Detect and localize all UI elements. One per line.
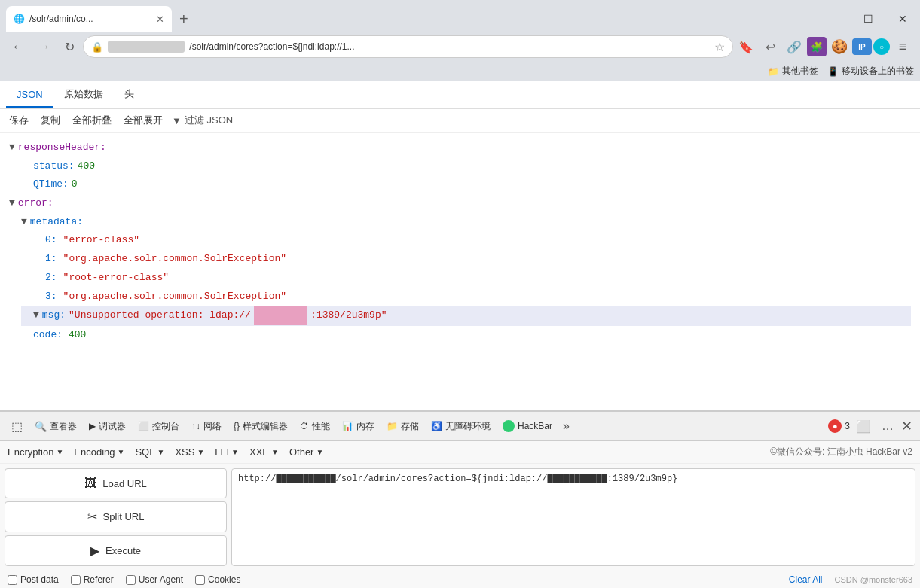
bookmark-mobile-label: 移动设备上的书签 bbox=[842, 65, 914, 78]
other-menu[interactable]: Other ▼ bbox=[289, 446, 323, 458]
load-url-button[interactable]: 🖼 Load URL bbox=[5, 468, 227, 498]
xss-label: XSS bbox=[175, 446, 194, 458]
panel-toggle-button[interactable]: ⬜ bbox=[850, 416, 877, 437]
key-code: code: bbox=[33, 326, 63, 345]
close-button[interactable]: ✕ bbox=[885, 6, 920, 32]
triangle-response-header[interactable]: ▼ bbox=[9, 139, 15, 157]
address-bar: ← → ↻ 🔒 ████████ /solr/admin/cores?actio… bbox=[0, 32, 920, 62]
sql-label: SQL bbox=[135, 446, 154, 458]
back-button[interactable]: ← bbox=[6, 35, 30, 59]
xxe-menu[interactable]: XXE ▼ bbox=[249, 446, 279, 458]
csdn-credit: CSDN @monster663 bbox=[835, 575, 912, 584]
address-star-icon[interactable]: ☆ bbox=[714, 40, 725, 54]
extension-purple-icon[interactable]: 🧩 bbox=[807, 37, 827, 56]
tab-headers[interactable]: 头 bbox=[114, 81, 145, 108]
new-tab-button[interactable]: + bbox=[172, 9, 196, 29]
tab-close-icon[interactable]: ✕ bbox=[156, 14, 164, 25]
user-agent-checkbox-label[interactable]: User Agent bbox=[126, 574, 183, 585]
encryption-menu[interactable]: Encryption ▼ bbox=[8, 446, 63, 458]
user-agent-checkbox[interactable] bbox=[126, 575, 136, 585]
json-line-code: code: 400 bbox=[33, 326, 911, 345]
debugger-button[interactable]: ▶ 调试器 bbox=[83, 417, 132, 436]
address-input-box[interactable]: 🔒 ████████ /solr/admin/cores?action=${jn… bbox=[83, 35, 733, 58]
value-idx1: "org.apache.solr.common.SolrException" bbox=[63, 250, 286, 269]
referer-checkbox-label[interactable]: Referer bbox=[71, 574, 114, 585]
style-editor-button[interactable]: {} 样式编辑器 bbox=[228, 417, 294, 436]
json-line-metadata: ▼ metadata: bbox=[21, 213, 911, 232]
close-devtools-button[interactable]: ✕ bbox=[898, 415, 915, 437]
network-button[interactable]: ↑↓ 网络 bbox=[185, 417, 228, 436]
user-agent-label: User Agent bbox=[139, 574, 183, 585]
sql-arrow: ▼ bbox=[157, 448, 164, 456]
bookmark-other[interactable]: 📁 其他书签 bbox=[768, 65, 818, 78]
chain-icon[interactable]: 🔗 bbox=[783, 35, 805, 58]
sql-menu[interactable]: SQL ▼ bbox=[135, 446, 164, 458]
tab-json[interactable]: JSON bbox=[6, 83, 53, 108]
hackbar-main-area: 🖼 Load URL ✂ Split URL ▶ Execute http://… bbox=[0, 464, 920, 571]
more-tools-button[interactable]: » bbox=[558, 416, 574, 436]
bookmark-folder-icon: 📁 bbox=[768, 66, 779, 77]
post-data-label: Post data bbox=[20, 574, 59, 585]
value-idx3: "org.apache.solr.common.SolrException" bbox=[63, 288, 286, 306]
referer-checkbox[interactable] bbox=[71, 575, 81, 585]
accessibility-button[interactable]: ♿ 无障碍环境 bbox=[425, 417, 497, 436]
circle-blue-icon[interactable]: ○ bbox=[873, 38, 890, 55]
hackbar-tab-button[interactable]: HackBar bbox=[497, 417, 558, 435]
cookies-checkbox-label[interactable]: Cookies bbox=[195, 574, 240, 585]
hackbar-url-input[interactable]: http://███████████/solr/admin/cores?acti… bbox=[231, 468, 915, 566]
maximize-button[interactable]: ☐ bbox=[851, 6, 885, 32]
filter-json[interactable]: ▼ 过滤 JSON bbox=[172, 114, 233, 127]
key-idx0: 0: bbox=[45, 231, 57, 250]
load-url-icon: 🖼 bbox=[84, 477, 96, 490]
hackbar-menu-bar: Encryption ▼ Encoding ▼ SQL ▼ XSS ▼ LFI … bbox=[0, 441, 920, 464]
network-label: 网络 bbox=[203, 420, 222, 433]
hackbar-credit: ©微信公众号: 江南小虫 HackBar v2 bbox=[770, 446, 912, 459]
collapse-all-button[interactable]: 全部折叠 bbox=[69, 112, 115, 129]
memory-label: 内存 bbox=[356, 420, 374, 433]
storage-button[interactable]: 📁 存储 bbox=[381, 417, 425, 436]
style-editor-icon: {} bbox=[234, 421, 240, 431]
expand-all-button[interactable]: 全部展开 bbox=[121, 112, 166, 129]
console-button[interactable]: ⬜ 控制台 bbox=[132, 417, 185, 436]
xss-menu[interactable]: XSS ▼ bbox=[175, 446, 204, 458]
save-button[interactable]: 保存 bbox=[6, 112, 32, 129]
window-controls: — ☐ ✕ bbox=[816, 6, 920, 32]
clear-all-button[interactable]: Clear All bbox=[789, 574, 823, 585]
menu-button[interactable]: ≡ bbox=[891, 35, 914, 58]
active-tab[interactable]: 🌐 /solr/admin/co... ✕ bbox=[6, 6, 172, 32]
key-status: status: bbox=[33, 157, 75, 176]
memory-button[interactable]: 📊 内存 bbox=[336, 417, 381, 436]
post-data-checkbox-label[interactable]: Post data bbox=[8, 574, 59, 585]
devtools-more-button[interactable]: … bbox=[877, 416, 898, 436]
lfi-menu[interactable]: LFI ▼ bbox=[215, 446, 239, 458]
encoding-menu[interactable]: Encoding ▼ bbox=[74, 446, 124, 458]
inspector-cursor-icon[interactable]: ⬚ bbox=[5, 414, 29, 438]
triangle-error[interactable]: ▼ bbox=[9, 194, 15, 213]
tab-title: /solr/admin/co... bbox=[29, 14, 151, 24]
error-circle-icon: ● bbox=[828, 419, 842, 433]
ip-button[interactable]: IP bbox=[852, 38, 872, 55]
load-url-label: Load URL bbox=[102, 478, 147, 489]
bookmark-mobile[interactable]: 📱 移动设备上的书签 bbox=[827, 65, 914, 78]
value-idx0: "error-class" bbox=[63, 231, 139, 250]
back-arrow-icon[interactable]: ↩ bbox=[759, 35, 781, 58]
post-data-checkbox[interactable] bbox=[8, 575, 17, 585]
split-url-label: Split URL bbox=[103, 511, 145, 522]
cookies-checkbox[interactable] bbox=[195, 575, 205, 585]
forward-button[interactable]: → bbox=[32, 35, 56, 59]
split-url-button[interactable]: ✂ Split URL bbox=[5, 501, 227, 532]
copy-button[interactable]: 复制 bbox=[38, 112, 63, 129]
reload-button[interactable]: ↻ bbox=[57, 35, 81, 59]
address-redacted: ████████ bbox=[108, 41, 185, 53]
execute-icon: ▶ bbox=[90, 544, 99, 558]
triangle-msg[interactable]: ▼ bbox=[33, 306, 39, 325]
inspector-button[interactable]: 🔍 查看器 bbox=[29, 417, 83, 436]
execute-button[interactable]: ▶ Execute bbox=[5, 535, 227, 566]
performance-button[interactable]: ⏱ 性能 bbox=[294, 417, 336, 436]
cookie-icon[interactable]: 🍪 bbox=[828, 35, 851, 58]
tab-raw[interactable]: 原始数据 bbox=[53, 81, 114, 108]
xxe-label: XXE bbox=[249, 446, 269, 458]
bookmark-icon[interactable]: 🔖 bbox=[735, 35, 757, 58]
minimize-button[interactable]: — bbox=[816, 6, 851, 32]
triangle-metadata[interactable]: ▼ bbox=[21, 213, 27, 232]
